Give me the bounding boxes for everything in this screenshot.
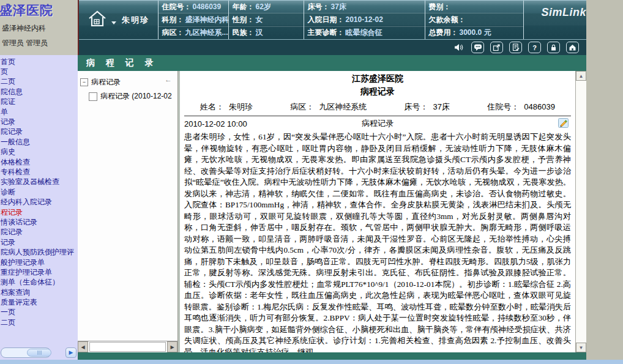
patient-field-value: 盛泽神经内科 xyxy=(185,15,228,25)
popup-window-icon[interactable] xyxy=(490,42,503,53)
user-label: 管理员 管理员 xyxy=(2,38,78,48)
patient-field-label: 费别： xyxy=(428,2,450,12)
sidebar-item[interactable]: 记录 xyxy=(1,237,78,247)
document-patient-field: 姓名：朱明珍 xyxy=(200,102,253,113)
speaker-icon[interactable] xyxy=(452,42,465,53)
document-patient-field: 床号：37床 xyxy=(405,102,450,113)
patient-field-value: 2010-12-02 xyxy=(345,15,382,24)
sidebar-item[interactable]: 院病人预防跌倒护理评 xyxy=(1,247,78,257)
patient-field-label: 住院号： xyxy=(162,2,191,12)
field-value: 九区神经系统 xyxy=(319,102,367,111)
sidebar-item[interactable]: 质量评定表 xyxy=(1,297,78,307)
patient-field-value: 3000.0 元 xyxy=(459,28,491,38)
sidebar-scroll-thumb[interactable] xyxy=(27,349,51,357)
home-nav-button[interactable]: 朱明珍 xyxy=(79,1,158,39)
sidebar-item[interactable]: 院记录 xyxy=(1,228,78,237)
sidebar-item[interactable]: 情谈话记录 xyxy=(1,217,78,227)
sidebar-item[interactable]: 诊断 xyxy=(1,187,78,197)
sidebar-scroll-track[interactable] xyxy=(1,347,51,358)
sidebar-item[interactable]: 记录 xyxy=(1,117,78,127)
patient-field: 床号：37床 xyxy=(304,1,425,13)
sidebar-item[interactable]: 院信息 xyxy=(1,87,78,97)
sidebar-item[interactable]: 二页 xyxy=(1,77,78,87)
scroll-up-icon[interactable]: ▲ xyxy=(576,71,586,81)
sidebar-item[interactable]: 档案查询 xyxy=(1,288,78,297)
patient-field-value: 九区神经系... xyxy=(185,28,228,38)
sidebar-item[interactable]: 经内科入院记录 xyxy=(1,197,78,207)
section-title: 病 程 记 录 xyxy=(78,55,586,71)
patient-field-label: 病区： xyxy=(162,28,184,38)
info-column-1: 住院号：0486039 科别：盛泽神经内科 病区：九区神经系... xyxy=(159,1,229,39)
document-hospital-title: 江苏盛泽医院 xyxy=(184,73,571,84)
logo-panel: 盛泽医院 盛泽神经内科 管理员 管理员 xyxy=(0,0,78,55)
info-column-2: 年龄：62岁 性别：女 民族：汉 xyxy=(229,1,304,39)
patient-field-label: 科别： xyxy=(162,15,184,25)
field-value: 37床 xyxy=(433,102,450,111)
bottom-green-bar xyxy=(78,352,586,360)
patient-field-value: 37床 xyxy=(330,2,346,12)
tree-collapse-icon[interactable]: − xyxy=(80,78,88,86)
scroll-right-icon[interactable]: ▶ xyxy=(65,347,76,358)
patient-info-strip: 朱明珍 住院号：0486039 科别：盛泽神经内科 病区 xyxy=(79,0,586,39)
sidebar-item[interactable]: 二页 xyxy=(1,318,78,327)
patient-field: 病区：九区神经系... xyxy=(159,27,228,39)
window-bottom-strip xyxy=(0,360,623,364)
sidebar-item[interactable]: 体格检查 xyxy=(1,157,78,167)
patient-field-value: 女 xyxy=(255,15,263,25)
lock-icon[interactable] xyxy=(547,42,560,53)
document-edit-icon[interactable] xyxy=(509,42,522,53)
tree-hscrollbar: ◀ ▶ xyxy=(78,341,177,352)
help-icon[interactable]: ? xyxy=(528,42,541,53)
sidebar-item[interactable]: 院证 xyxy=(1,97,78,107)
patient-field-value: 眩晕综合征 xyxy=(345,28,382,38)
document-patient-field: 病区：九区神经系统 xyxy=(290,102,367,113)
sidebar-item[interactable]: 重症护理记录单 xyxy=(1,267,78,277)
sidebar-item[interactable]: 程记录 xyxy=(1,207,78,217)
sidebar-item[interactable]: 测单（生命体征） xyxy=(1,278,78,288)
field-value: 朱明珍 xyxy=(229,102,253,111)
document-patient-row: 姓名：朱明珍 病区：九区神经系统 床号：37床 住院号：0486039 xyxy=(184,97,571,116)
scroll-left-icon[interactable]: ◀ xyxy=(78,341,88,352)
document-vscrollbar[interactable]: ▲ ▼ xyxy=(575,71,586,352)
tree-root-node[interactable]: − 病程记录 xyxy=(80,77,176,87)
tree-checkbox[interactable] xyxy=(89,92,97,101)
field-value: 0486039 xyxy=(524,102,555,111)
tree-root-label: 病程记录 xyxy=(91,77,121,87)
patient-field: 入院日期：2010-12-02 xyxy=(304,13,425,26)
sidebar-item[interactable]: 专科检查 xyxy=(1,167,78,177)
sidebar-item[interactable]: 般护理记录单 xyxy=(1,258,78,267)
patient-info-grid: 住院号：0486039 科别：盛泽神经内科 病区：九区神经系... xyxy=(158,1,586,39)
field-label: 床号： xyxy=(405,102,428,111)
sidebar-item[interactable]: 实验室及器械检查 xyxy=(1,177,78,187)
patient-field-label: 总费用： xyxy=(428,28,458,38)
patient-field-value: 0486039 xyxy=(192,2,221,11)
document-panel: 江苏盛泽医院 病程记录 姓名：朱明珍 病区：九区神经系统 床号：37 xyxy=(180,71,575,352)
sidebar-item[interactable]: 病史 xyxy=(1,147,78,157)
chevron-down-icon xyxy=(111,21,116,24)
scroll-right-icon[interactable]: ▶ xyxy=(167,341,177,352)
patient-header: 朱明珍 住院号：0486039 科别：盛泽神经内科 病区 xyxy=(78,0,586,55)
sidebar-item[interactable]: 页 xyxy=(1,67,78,76)
home-icon[interactable] xyxy=(566,42,579,53)
tree-child-node[interactable]: 病程记录 (2010-12-02 xyxy=(89,91,176,102)
document-title: 病程记录 xyxy=(184,86,571,97)
sidebar-item[interactable]: 单 xyxy=(1,107,78,117)
edit-record-icon[interactable] xyxy=(558,118,569,130)
message-icon[interactable] xyxy=(471,42,484,53)
patient-field-label: 年龄： xyxy=(232,2,254,12)
sidebar-item[interactable]: 一页 xyxy=(1,308,78,318)
sidebar-hscrollbar: ▶ xyxy=(1,347,76,358)
field-label: 病区： xyxy=(290,102,314,111)
patient-field: 性别：女 xyxy=(229,13,304,26)
tree-scroll-track[interactable] xyxy=(89,342,166,352)
sidebar-item[interactable]: 院记录 xyxy=(1,127,78,137)
right-empty-area xyxy=(586,0,623,360)
patient-field-label: 欠款余额： xyxy=(428,15,465,25)
simlink-logo: SimLink xyxy=(523,1,586,39)
scroll-down-icon[interactable]: ▼ xyxy=(576,343,586,352)
main-area: 病 程 记 录 ← − 病程记录 病程记录 (2010-12-02 ◀ ▶ xyxy=(78,55,586,360)
sidebar-item[interactable]: 首页 xyxy=(1,57,78,67)
sidebar-item[interactable]: 一般信息 xyxy=(1,137,78,147)
patient-field-value: 62岁 xyxy=(255,2,270,12)
patient-field: 民族：汉 xyxy=(229,27,304,39)
